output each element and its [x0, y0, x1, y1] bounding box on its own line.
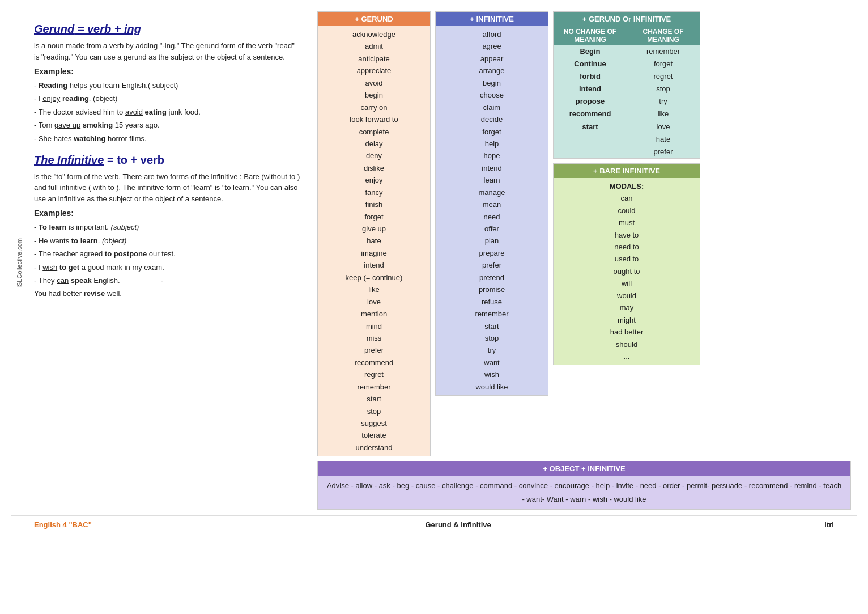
inf-item-decide: decide: [436, 113, 548, 125]
gerund-item-anticipate: anticipate: [318, 53, 430, 65]
no-change-begin: Begin: [554, 45, 627, 58]
footer-right: Itri: [824, 520, 834, 529]
inf-example-3: - The teacher agreed to postpone our tes…: [34, 247, 300, 260]
inf-item-hope: hope: [436, 150, 548, 162]
inf-item-begin: begin: [436, 77, 548, 89]
change-regret: regret: [627, 70, 700, 83]
inf-example-4: - I wish to get a good mark in my exam.: [34, 261, 300, 274]
gerund-item-enjoy: enjoy: [318, 174, 430, 186]
inf-item-remember: remember: [436, 308, 548, 320]
inf-item-arrange: arrange: [436, 65, 548, 77]
bare-inf-will: will: [554, 277, 700, 289]
gerund-item-acknowledge: acknowledge: [318, 28, 430, 40]
inf-item-want: want: [436, 357, 548, 369]
change-hate: hate: [627, 133, 700, 146]
gerund-item-look-forward: look forward to: [318, 113, 430, 125]
gerund-inf-row-5: propose try: [554, 95, 700, 108]
bare-inf-may: may: [554, 302, 700, 314]
gerund-item-finish: finish: [318, 198, 430, 210]
change-try: try: [627, 95, 700, 108]
bare-inf-should: should: [554, 338, 700, 350]
infinitive-table-body: afford agree appear arrange begin choose…: [436, 26, 548, 395]
infinitive-description: is the "to" form of the verb. There are …: [34, 171, 300, 205]
gerund-item-tolerate: tolerate: [318, 429, 430, 441]
gerund-item-mention: mention: [318, 308, 430, 320]
gerund-item-mind: mind: [318, 320, 430, 332]
gerund-item-appreciate: appreciate: [318, 65, 430, 77]
bare-inf-had-better: had better: [554, 326, 700, 338]
obj-inf-table: + OBJECT + INFINITIVE Advise - allow - a…: [317, 461, 851, 510]
infinitive-section-title: The Infinitive = to + verb: [34, 154, 300, 167]
gerund-inf-row-1: Begin remember: [554, 45, 700, 58]
left-panel: iSLCollective.com Gerund = verb + ing is…: [11, 11, 317, 510]
gerund-item-love: love: [318, 296, 430, 308]
inf-item-appear: appear: [436, 53, 548, 65]
right-column: + GERUND Or INFINITIVE NO CHANGE OF MEAN…: [553, 11, 700, 365]
gerund-item-regret: regret: [318, 369, 430, 380]
bare-inf-can: can: [554, 192, 700, 204]
infinitive-examples-label: Examples:: [34, 209, 300, 218]
gerund-item-remember: remember: [318, 381, 430, 393]
inf-item-need: need: [436, 211, 548, 223]
no-change-intend: intend: [554, 83, 627, 95]
footer-left: English 4 "BAC": [34, 520, 92, 529]
change-like: like: [627, 108, 700, 120]
infinitive-table-header: + INFINITIVE: [436, 12, 548, 26]
gerund-item-avoid: avoid: [318, 77, 430, 89]
gerund-examples-label: Examples:: [34, 67, 300, 76]
inf-item-start: start: [436, 320, 548, 332]
gerund-item-understand: understand: [318, 442, 430, 454]
gerund-item-delay: delay: [318, 138, 430, 150]
inf-item-offer: offer: [436, 223, 548, 235]
bare-inf-modals-label: MODALS:: [554, 180, 700, 192]
gerund-item-suggest: suggest: [318, 417, 430, 429]
gerund-example-4: - Tom gave up smoking 15 years ago.: [34, 118, 300, 132]
inf-item-plan: plan: [436, 235, 548, 247]
gerund-inf-row-2: Continue forget: [554, 58, 700, 70]
inf-item-try: try: [436, 344, 548, 356]
obj-inf-body: Advise - allow - ask - beg - cause - cha…: [318, 476, 850, 509]
bare-inf-ought-to: ought to: [554, 265, 700, 277]
gerund-table: + GERUND acknowledge admit anticipate ap…: [317, 11, 431, 456]
gerund-item-begin: begin: [318, 89, 430, 101]
inf-item-choose: choose: [436, 89, 548, 101]
no-change-empty2: [554, 146, 627, 158]
gerund-item-carry-on: carry on: [318, 101, 430, 113]
bare-inf-need-to: need to: [554, 241, 700, 253]
gerund-or-inf-header: + GERUND Or INFINITIVE: [554, 12, 700, 26]
change-prefer: prefer: [627, 146, 700, 158]
side-text: iSLCollective.com: [16, 238, 23, 287]
no-change-empty: [554, 133, 627, 146]
gerund-description: is a noun made from a verb by adding "-i…: [34, 40, 300, 62]
gerund-item-imagine: imagine: [318, 247, 430, 259]
bare-inf-would: would: [554, 290, 700, 302]
inf-item-pretend: pretend: [436, 272, 548, 283]
bare-inf-ellipsis: ...: [554, 350, 700, 362]
inf-item-prepare: prepare: [436, 247, 548, 259]
inf-item-help: help: [436, 138, 548, 150]
gerund-example-3: - The doctor advised him to avoid eating…: [34, 105, 300, 118]
no-change-recommend: recommend: [554, 108, 627, 120]
inf-example-5: - They can speak English. -: [34, 274, 300, 287]
change-stop: stop: [627, 83, 700, 95]
gerund-example-1: - Reading helps you learn English.( subj…: [34, 79, 300, 92]
inf-example-6: You had better revise well.: [34, 287, 300, 300]
gerund-inf-row-6: recommend like: [554, 108, 700, 120]
gerund-example-5: - She hates watching horror films.: [34, 132, 300, 145]
bare-inf-might: might: [554, 314, 700, 326]
change-forget: forget: [627, 58, 700, 70]
gerund-item-recommend: recommend: [318, 357, 430, 369]
inf-example-2: - He wants to learn. (object): [34, 234, 300, 247]
gerund-item-complete: complete: [318, 126, 430, 138]
no-change-col-header: NO CHANGE OF MEANING: [554, 26, 627, 45]
gerund-item-keep: keep (= continue): [318, 272, 430, 283]
inf-item-claim: claim: [436, 101, 548, 113]
inf-item-afford: afford: [436, 28, 548, 40]
gerund-example-2: - I enjoy reading. (object): [34, 92, 300, 105]
no-change-continue: Continue: [554, 58, 627, 70]
no-change-propose: propose: [554, 95, 627, 108]
inf-item-intend: intend: [436, 162, 548, 174]
gerund-or-inf-body: Begin remember Continue forget forbid re…: [554, 45, 700, 158]
inf-item-prefer: prefer: [436, 259, 548, 271]
gerund-item-start: start: [318, 393, 430, 405]
